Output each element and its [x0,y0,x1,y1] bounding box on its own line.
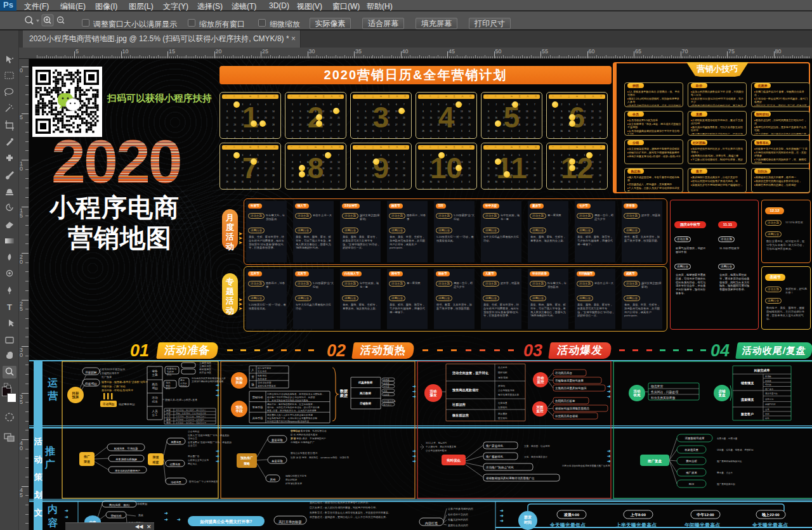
svg-text:领券量: 领券量 [383,378,390,381]
svg-text:主题日历区: 主题日历区 [199,365,211,368]
svg-text:主推商品流量及转化情况: 主推商品流量及转化情况 [555,386,587,391]
svg-text:活动流量: 活动流量 [171,481,181,484]
svg-text:➜: ➜ [500,508,504,513]
svg-text:➜: ➜ [412,394,416,399]
svg-text:➜: ➜ [607,389,611,394]
svg-text:社群转化: 社群转化 [498,406,508,409]
svg-text:毛利率: 毛利率 [765,383,772,386]
svg-text:引流款: 引流款 [180,382,187,385]
svg-text:列举数字式：数字在这里会让人感觉省有真实性，并且那些切切显事: 列举数字式：数字在这里会让人感觉省有真实性，并且那些切切显事实。 [310,511,391,515]
svg-text:实时优化: 实时优化 [447,458,461,463]
svg-text:物流: 物流 [166,421,171,424]
svg-text:补货商品库存根据: 补货商品库存根据 [555,415,579,418]
svg-text:爆款打折，每日预告限时秒杀、社交优惠裂变，: 爆款打折，每日预告限时秒杀、社交优惠裂变， [267,403,315,406]
svg-text:利润款: 利润款 [180,384,187,387]
svg-text:公众号粉丝: 公众号粉丝 [188,430,200,433]
svg-text:曝光量、点击率: 曝光量、点击率 [717,471,733,474]
svg-text:➜: ➜ [412,454,416,458]
svg-text:➜: ➜ [500,519,504,523]
svg-text:毛利率: 毛利率 [167,370,174,373]
svg-text:➜: ➜ [412,459,416,463]
svg-text:店铺数据: 店铺数据 [359,401,372,406]
svg-text:转化量: 转化量 [383,385,390,388]
svg-text:➜: ➜ [607,384,611,389]
svg-text:新增数: 新增数 [765,375,772,378]
svg-text:XX工人手、制定KPI: XX工人手、制定KPI [426,441,447,444]
svg-text:活动全面放量，提升转化: 活动全面放量，提升转化 [452,371,489,375]
svg-text:➜: ➜ [164,511,168,515]
svg-text:主题宣传区: 主题宣传区 [199,361,211,365]
svg-text:限时包邮: 限时包邮 [498,371,508,374]
svg-text:总额PV/UV: 总额PV/UV [764,403,776,406]
svg-text:付费流量: 付费流量 [169,463,181,467]
svg-text:销售情况: 销售情况 [740,381,754,385]
svg-text:社群人员"在线分销推广"引礼、现金奖励: 社群人员"在线分销推广"引礼、现金奖励 [188,434,230,437]
svg-text:人员: 人员 [152,410,159,413]
svg-text:老客获取: 老客获取 [272,460,284,463]
svg-text:店铺活动页面: 店铺活动页面 [258,381,272,384]
svg-text:监控: 监控 [537,380,545,384]
svg-text:物流发货: 物流发货 [651,384,663,389]
svg-text:选品: 选品 [166,381,171,384]
svg-text:好写潜社群资源: 好写潜社群资源 [285,482,302,485]
svg-text:推广: 推广 [83,455,90,458]
svg-text:营销光访: 营销光访 [765,398,774,401]
svg-text:预算: 预算 [72,395,80,399]
svg-text:大促海报、商品主图、专题页设计: 大促海报、商品主图、专题页设计 [176,415,207,418]
svg-text:定金预售预先下单，​大促特定公众号重要降价发型: 定金预售预先下单，​大促特定公众号重要降价发型 [267,417,317,420]
svg-text:浏览: 浏览 [383,390,388,392]
svg-text:营销工具+社群+小程序+直播: 营销工具+社群+小程序+直播 [165,398,197,401]
svg-text:爆款推荐区: 爆款推荐区 [199,368,211,371]
svg-text:店铺整体流量转化效果: 店铺整体流量转化效果 [554,378,584,382]
svg-text:免费流量，付费流量: 免费流量，付费流量 [717,437,738,440]
svg-text:午间曝光最高点: 午间曝光最高点 [684,522,721,528]
svg-text:商品: 商品 [152,383,159,386]
svg-text:货: 货 [251,375,254,378]
svg-text:目标拆解: 目标拆解 [86,371,98,375]
svg-text:➜: ➜ [216,388,219,392]
svg-text:高打开率的标题: 高打开率的标题 [278,520,301,524]
svg-text:渠道: 渠道 [152,455,160,459]
svg-text:如何提高公众号图文打开率?: 如何提高公众号图文打开率? [200,519,252,524]
svg-text:预售商品尾款催付: 预售商品尾款催付 [452,388,479,392]
svg-text:复购: 复购 [765,413,769,415]
svg-text:激活目标：提前/会员/转化率: 激活目标：提前/会员/转化率 [102,389,133,392]
svg-text:执行细节服务: 执行细节服务 [258,367,272,370]
svg-text:常规手段: 常规手段 [252,406,264,409]
svg-text:有价值的干货内容: 有价值的干货内容 [448,513,468,516]
svg-text:发短信: 发短信 [498,384,505,387]
svg-text:流量目标：门数"启动: 流量目标：门数"启动 [102,385,125,389]
svg-text:新客+老客，提升预热页引流，让相关产品获得曝: 新客+老客，提升预热页引流，让相关产品获得曝 [267,409,317,412]
svg-text:程序新述式：紧随趋来，更随行动人心，让人不自觉关注而继续发展: 程序新述式：紧随趋来，更随行动人心，让人不自觉关注而继续发展。 [310,515,388,519]
svg-text:企业员工: 企业员工 [188,444,197,447]
svg-text:监控: 监控 [537,409,544,413]
svg-text:维度: 维度 [152,460,159,465]
svg-text:➜: ➜ [216,383,219,387]
svg-text:积分兑换奖励发放: 积分兑换奖励发放 [651,396,676,400]
svg-text:砍 价 利用好热品送礼裂变: 砍 价 利用好热品送礼裂变 [290,433,318,436]
svg-text:活动商品库存: 活动商品库存 [554,372,573,375]
svg-text:销售目标：销售额+客单价"访客数"转化率: 销售目标：销售额+客单价"访客数"转化率 [101,380,148,384]
svg-text:分工: 分工 [152,413,159,417]
svg-text:复盘: 复盘 [718,393,726,398]
svg-text:➜: ➜ [607,449,611,453]
svg-text:主题: 主题 [152,373,159,377]
svg-text:热卖: 热卖 [138,514,143,517]
svg-text:根据转化情况调整页面商品: 根据转化情况调整页面商品 [555,406,590,411]
svg-text:公众号业绩福利裂变: 公众号业绩福利裂变 [426,449,447,452]
svg-text:拼 团 新团+盈多、不违度销区利产: 拼 团 新团+盈多、不违度销区利产 [291,437,326,440]
svg-text:新客获取: 新客获取 [272,439,284,442]
svg-text:微信公众号推送 图文/图片: 微信公众号推送 图文/图片 [291,451,318,455]
svg-text:➜: ➜ [412,449,416,453]
svg-text:➜: ➜ [177,517,181,522]
svg-text:预热推广: 预热推广 [240,456,253,460]
svg-text:根据每个节日不同预设多会场营销玩法，如拼团: 根据每个节日不同预设多会场营销玩法，如拼团 [267,396,315,399]
svg-text:凌晨4:00: 凌晨4:00 [564,512,580,517]
svg-text:热品备货: 热品备货 [258,378,267,380]
svg-text:➜: ➜ [164,517,168,522]
svg-text:其他: 其他 [270,478,277,481]
svg-text:渠道传播: 渠道传播 [258,370,267,373]
svg-text:悬问互动式：阅读与自己有关的文章是每个人的天分。: 悬问互动式：阅读与自己有关的文章是每个人的天分。 [310,501,370,505]
svg-text:公众号模板消息: 公众号模板消息 [498,389,514,392]
svg-text:➜: ➜ [607,459,611,463]
